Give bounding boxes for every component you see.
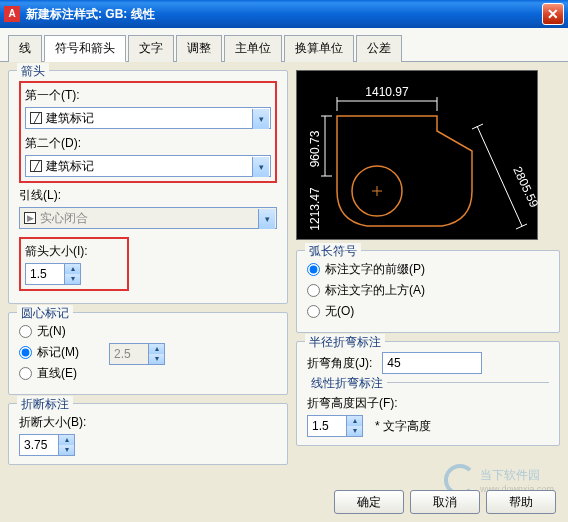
radio-center-line[interactable]: 直线(E) bbox=[19, 365, 79, 382]
svg-text:1410.97: 1410.97 bbox=[365, 85, 409, 99]
radio-arc-prefix[interactable]: 标注文字的前缀(P) bbox=[307, 261, 549, 278]
label-first-arrow: 第一个(T): bbox=[25, 87, 271, 104]
radio-center-none[interactable]: 无(N) bbox=[19, 323, 79, 340]
input-jog-factor[interactable] bbox=[308, 416, 346, 436]
dropdown-second-arrow[interactable]: ╱ 建筑标记 ▾ bbox=[25, 155, 271, 177]
tab-tolerance[interactable]: 公差 bbox=[356, 35, 402, 62]
input-jog-angle[interactable] bbox=[382, 352, 482, 374]
spin-up-icon: ▴ bbox=[149, 344, 164, 354]
tab-text[interactable]: 文字 bbox=[128, 35, 174, 62]
dialog-footer: 确定 取消 帮助 bbox=[334, 490, 556, 514]
tab-primary-units[interactable]: 主单位 bbox=[224, 35, 282, 62]
label-arrow-size: 箭头大小(I): bbox=[25, 243, 123, 260]
spin-down-icon: ▾ bbox=[149, 354, 164, 364]
group-arrowheads: 箭头 第一个(T): ╱ 建筑标记 ▾ 第二个(D): ╱ 建筑标记 ▾ 引线(… bbox=[8, 70, 288, 304]
tab-fit[interactable]: 调整 bbox=[176, 35, 222, 62]
svg-text:1213.47: 1213.47 bbox=[308, 187, 322, 231]
cancel-button[interactable]: 取消 bbox=[410, 490, 480, 514]
chevron-down-icon: ▾ bbox=[252, 109, 269, 129]
ok-button[interactable]: 确定 bbox=[334, 490, 404, 514]
svg-text:960.73: 960.73 bbox=[308, 130, 322, 167]
tab-strip: 线 符号和箭头 文字 调整 主单位 换算单位 公差 bbox=[0, 28, 568, 62]
legend-center: 圆心标记 bbox=[17, 305, 73, 322]
tab-symbols-arrows[interactable]: 符号和箭头 bbox=[44, 35, 126, 62]
chevron-down-icon: ▾ bbox=[252, 157, 269, 177]
radio-center-mark[interactable]: 标记(M) bbox=[19, 344, 79, 361]
spinner-arrow-size[interactable]: ▴▾ bbox=[25, 263, 81, 285]
label-jog-angle: 折弯角度(J): bbox=[307, 355, 372, 372]
spin-up-icon[interactable]: ▴ bbox=[59, 435, 74, 445]
spin-down-icon[interactable]: ▾ bbox=[65, 274, 80, 284]
spinner-center-size: ▴▾ bbox=[109, 343, 165, 365]
legend-radius-jog: 半径折弯标注 bbox=[305, 334, 385, 351]
legend-arc: 弧长符号 bbox=[305, 243, 361, 260]
group-center-mark: 圆心标记 无(N) 标记(M) 直线(E) ▴▾ bbox=[8, 312, 288, 395]
spinner-break-size[interactable]: ▴▾ bbox=[19, 434, 75, 456]
input-center-size bbox=[110, 344, 148, 364]
dropdown-leader[interactable]: ▶ 实心闭合 ▾ bbox=[19, 207, 277, 229]
label-break-size: 折断大小(B): bbox=[19, 414, 277, 431]
svg-text:2805.59: 2805.59 bbox=[510, 164, 539, 210]
close-button[interactable]: ✕ bbox=[542, 3, 564, 25]
legend-break: 折断标注 bbox=[17, 396, 73, 413]
highlight-arrowheads: 第一个(T): ╱ 建筑标记 ▾ 第二个(D): ╱ 建筑标记 ▾ bbox=[19, 81, 277, 183]
spin-down-icon[interactable]: ▾ bbox=[347, 426, 362, 436]
dialog-content: 箭头 第一个(T): ╱ 建筑标记 ▾ 第二个(D): ╱ 建筑标记 ▾ 引线(… bbox=[0, 62, 568, 481]
app-icon: A bbox=[4, 6, 20, 22]
legend-arrowheads: 箭头 bbox=[17, 63, 49, 80]
input-arrow-size[interactable] bbox=[26, 264, 64, 284]
spinner-jog-factor[interactable]: ▴▾ bbox=[307, 415, 363, 437]
spin-up-icon[interactable]: ▴ bbox=[347, 416, 362, 426]
tab-line[interactable]: 线 bbox=[8, 35, 42, 62]
title-bar: A 新建标注样式: GB: 线性 ✕ bbox=[0, 0, 568, 28]
dropdown-first-arrow[interactable]: ╱ 建筑标记 ▾ bbox=[25, 107, 271, 129]
help-button[interactable]: 帮助 bbox=[486, 490, 556, 514]
dimension-preview: 1410.97 2805.59 960.73 1213.47 bbox=[296, 70, 538, 240]
arrow-tick-icon: ╱ bbox=[30, 160, 42, 172]
label-jog-suffix: * 文字高度 bbox=[375, 418, 431, 435]
group-radius-jog: 半径折弯标注 折弯角度(J): 线性折弯标注 折弯高度因子(F): ▴▾ * 文… bbox=[296, 341, 560, 446]
label-leader: 引线(L): bbox=[19, 187, 277, 204]
arrow-tick-icon: ╱ bbox=[30, 112, 42, 124]
chevron-down-icon: ▾ bbox=[258, 209, 275, 229]
tab-alt-units[interactable]: 换算单位 bbox=[284, 35, 354, 62]
spin-down-icon[interactable]: ▾ bbox=[59, 445, 74, 455]
radio-arc-none[interactable]: 无(O) bbox=[307, 303, 549, 320]
arrow-filled-icon: ▶ bbox=[24, 212, 36, 224]
label-jog-factor: 折弯高度因子(F): bbox=[307, 395, 549, 412]
highlight-arrow-size: 箭头大小(I): ▴▾ bbox=[19, 237, 129, 291]
label-second-arrow: 第二个(D): bbox=[25, 135, 271, 152]
radio-arc-above[interactable]: 标注文字的上方(A) bbox=[307, 282, 549, 299]
legend-linear-jog: 线性折弯标注 bbox=[307, 375, 387, 392]
spin-up-icon[interactable]: ▴ bbox=[65, 264, 80, 274]
input-break-size[interactable] bbox=[20, 435, 58, 455]
window-title: 新建标注样式: GB: 线性 bbox=[26, 6, 542, 23]
group-arc-length: 弧长符号 标注文字的前缀(P) 标注文字的上方(A) 无(O) bbox=[296, 250, 560, 333]
group-dim-break: 折断标注 折断大小(B): ▴▾ bbox=[8, 403, 288, 465]
